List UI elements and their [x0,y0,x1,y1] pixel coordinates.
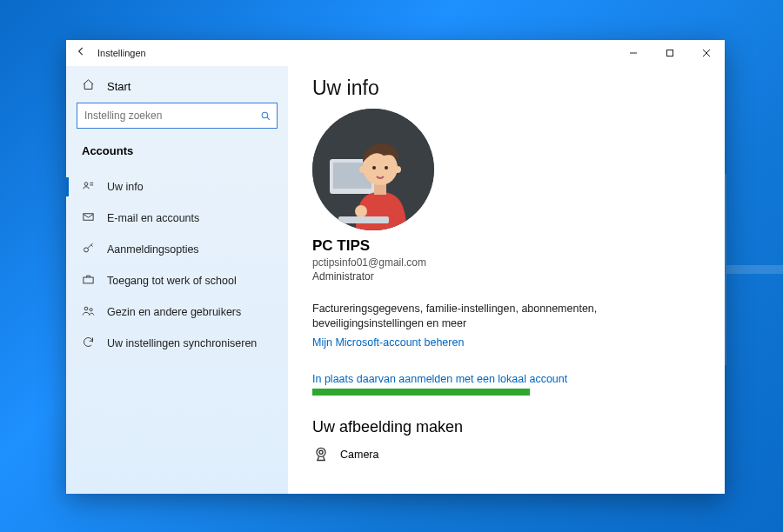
content-pane: Uw info [288,66,725,494]
sidebar: Start Accounts Uw info [66,66,288,494]
camera-icon [312,445,330,465]
svg-rect-1 [667,50,673,57]
svg-point-4 [262,112,268,118]
briefcase-icon [82,273,95,289]
picture-heading: Uw afbeelding maken [312,418,725,436]
key-icon [82,242,95,257]
sign-in-local-account-link[interactable]: In plaats daarvan aanmelden met een loka… [312,373,725,385]
sidebar-item-work-school[interactable]: Toegang tot werk of school [66,265,288,296]
sidebar-section-label: Accounts [66,141,288,171]
close-button[interactable] [688,40,725,66]
svg-point-13 [90,309,92,311]
search-icon [254,110,277,122]
sidebar-item-sync[interactable]: Uw instellingen synchroniseren [66,328,288,359]
svg-rect-11 [84,277,93,283]
svg-line-5 [267,117,270,120]
sidebar-item-label: Uw info [107,181,144,193]
svg-point-6 [84,183,88,186]
people-icon [82,304,95,320]
home-label: Start [107,80,130,93]
sidebar-item-label: Uw instellingen synchroniseren [107,337,257,349]
svg-point-21 [372,166,376,170]
avatar [312,109,434,230]
svg-point-26 [319,450,323,454]
svg-point-20 [394,166,401,173]
settings-window: Instellingen Start [66,40,725,494]
account-role: Administrator [312,270,725,283]
camera-option[interactable]: Camera [312,445,725,465]
billing-blurb: Factureringsgegevens, familie-instelling… [312,302,608,331]
home-button[interactable]: Start [66,73,288,103]
sidebar-item-family[interactable]: Gezin en andere gebruikers [66,296,288,328]
mail-icon [82,210,95,226]
sidebar-item-signin-options[interactable]: Aanmeldingsopties [66,234,288,265]
sidebar-item-email-accounts[interactable]: E-mail en accounts [66,203,288,234]
sidebar-item-your-info[interactable]: Uw info [66,171,288,203]
sidebar-item-label: Gezin en andere gebruikers [107,306,241,318]
svg-rect-9 [84,214,93,221]
search-field[interactable] [77,110,254,122]
search-input[interactable] [77,103,278,129]
window-title: Instellingen [97,48,146,58]
svg-rect-24 [338,216,389,223]
person-card-icon [82,179,95,195]
svg-point-12 [84,307,88,310]
svg-point-10 [84,248,89,252]
highlight-bar [312,389,530,396]
svg-point-25 [317,448,325,456]
display-name: PC TIPS [312,237,725,255]
sidebar-item-label: Aanmeldingsopties [107,243,199,256]
svg-point-22 [385,166,388,170]
sidebar-item-label: Toegang tot werk of school [107,275,237,287]
account-email: pctipsinfo01@gmail.com [312,256,725,269]
svg-point-19 [359,166,366,173]
back-icon[interactable] [75,45,87,61]
manage-account-link[interactable]: Mijn Microsoft-account beheren [312,336,725,349]
sidebar-item-label: E-mail en accounts [107,212,199,224]
sync-icon [82,336,95,351]
page-title: Uw info [312,76,725,100]
maximize-button[interactable] [652,40,688,66]
titlebar: Instellingen [66,40,725,66]
svg-point-23 [355,205,367,217]
home-icon [82,78,95,94]
minimize-button[interactable] [615,40,652,66]
camera-label: Camera [340,449,378,461]
